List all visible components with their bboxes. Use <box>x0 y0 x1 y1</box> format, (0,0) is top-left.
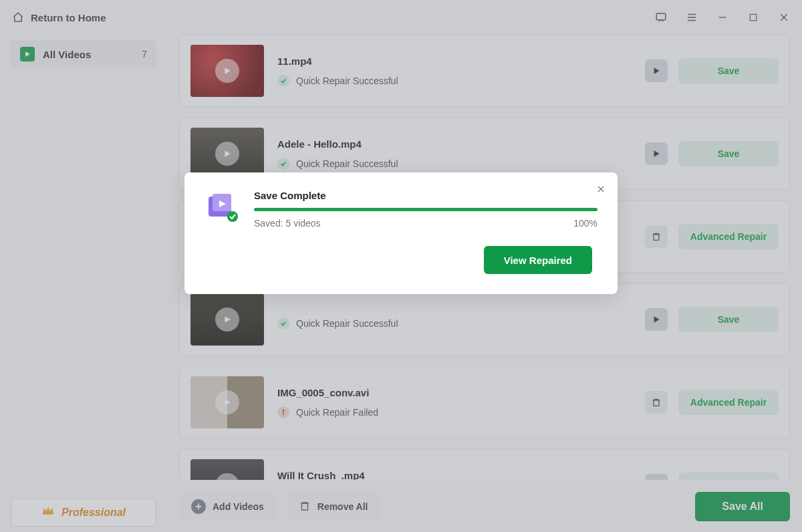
modal-close-button[interactable] <box>596 183 606 197</box>
save-complete-icon <box>205 190 239 225</box>
modal-saved-text: Saved: 5 videos <box>254 218 321 229</box>
view-repaired-label: View Repaired <box>504 255 572 266</box>
modal-percent-text: 100% <box>573 218 597 229</box>
modal-overlay: Save Complete Saved: 5 videos 100% View … <box>0 0 802 532</box>
view-repaired-button[interactable]: View Repaired <box>484 246 592 274</box>
save-complete-modal: Save Complete Saved: 5 videos 100% View … <box>184 172 618 294</box>
svg-point-27 <box>227 211 238 222</box>
modal-title: Save Complete <box>254 190 597 201</box>
progress-bar <box>254 208 597 211</box>
